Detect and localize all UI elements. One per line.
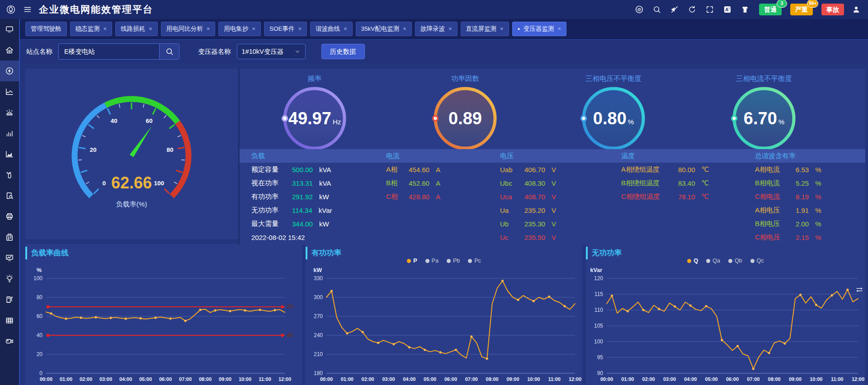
tab-close-icon[interactable]: ×	[104, 22, 107, 36]
tab-close-icon[interactable]: ×	[500, 22, 504, 36]
cell-unit: V	[552, 207, 565, 214]
transformer-select[interactable]: 1#10kV变压器	[237, 44, 306, 59]
sidebar-item-fax[interactable]	[0, 227, 19, 248]
svg-text:70: 70	[287, 304, 293, 310]
tab-close-icon[interactable]: ×	[298, 22, 302, 36]
legend-item-Pb[interactable]: Pb	[447, 258, 460, 264]
sidebar-item-load-curve[interactable]	[0, 81, 19, 102]
svg-text:08:00: 08:00	[199, 376, 212, 382]
fullscreen-icon[interactable]	[704, 4, 715, 15]
legend-dot	[728, 259, 732, 263]
tab-close-icon[interactable]: ×	[149, 22, 152, 36]
filter-bar: 站点名称 变压器名称 1#10kV变压器 历史数据	[20, 40, 868, 63]
sidebar-item-alarm[interactable]	[0, 102, 19, 123]
legend-label: Qa	[712, 258, 720, 264]
svg-text:@: @	[637, 7, 642, 12]
theme-icon[interactable]	[740, 4, 750, 15]
table-row: 最大需量344.00kW	[240, 217, 374, 230]
table-row: A相绕组温度80.00℃	[609, 163, 743, 176]
cell-unit: kVar	[319, 207, 332, 214]
svg-text:0: 0	[39, 370, 42, 376]
site-input-group	[58, 43, 179, 60]
cell-label: A相电流	[755, 165, 789, 174]
cell-unit: A	[436, 193, 449, 201]
tab-label: 管理驾驶舱	[31, 22, 61, 36]
cell-unit: ℃	[702, 192, 715, 201]
datazoom-icon[interactable]	[855, 286, 864, 295]
kpi-ring: 0.80%	[580, 85, 647, 152]
sound-off-icon[interactable]	[669, 4, 680, 15]
sidebar-item-grid[interactable]	[0, 310, 19, 331]
user-icon[interactable]	[851, 4, 862, 15]
sidebar-item-energy[interactable]	[0, 61, 19, 81]
alarm-button-1[interactable]: 严重99+	[790, 4, 813, 15]
tab-线路损耗[interactable]: 线路损耗×	[115, 22, 158, 36]
table-row: 有功功率291.92kW	[240, 190, 374, 203]
legend-item-P[interactable]: P	[407, 258, 417, 264]
menu-icon[interactable]	[22, 4, 33, 15]
refresh-icon[interactable]	[687, 4, 698, 15]
sidebar-item-home[interactable]	[0, 40, 19, 61]
tab-close-icon[interactable]: ×	[207, 22, 210, 36]
legend-item-Pc[interactable]: Pc	[468, 258, 481, 264]
translate-icon[interactable]: A文	[722, 4, 733, 15]
legend-item-Qa[interactable]: Qa	[706, 258, 720, 264]
tab-用电同比分析[interactable]: 用电同比分析×	[161, 22, 216, 36]
tab-SOE事件[interactable]: SOE事件×	[264, 22, 307, 36]
site-input[interactable]	[59, 44, 159, 59]
sidebar-item-bulb[interactable]	[0, 268, 19, 289]
tab-谐波曲线[interactable]: 谐波曲线×	[310, 22, 353, 36]
cell-unit: %	[815, 166, 829, 174]
legend-dot	[447, 259, 451, 263]
search-button[interactable]	[159, 44, 179, 59]
legend-item-Qb[interactable]: Qb	[728, 258, 742, 264]
cell-label: A相电压	[755, 206, 789, 215]
svg-text:07:00: 07:00	[179, 376, 192, 382]
legend-label: Qc	[757, 258, 764, 264]
tab-close-icon[interactable]: ×	[448, 22, 452, 36]
table-header: 电压	[488, 149, 609, 163]
legend-item-Q[interactable]: Q	[687, 258, 698, 264]
tab-close-icon[interactable]: ×	[344, 22, 347, 36]
tab-稳态监测[interactable]: 稳态监测×	[70, 22, 113, 36]
tab-close-icon[interactable]: ×	[252, 22, 255, 36]
sidebar-item-monitor-trend[interactable]	[0, 248, 19, 268]
cell-label: 视在功率	[251, 179, 286, 188]
table-row: 额定容量500.00kVA	[240, 163, 374, 176]
tab-用电集抄[interactable]: 用电集抄×	[218, 22, 261, 36]
svg-text:01:00: 01:00	[621, 376, 634, 382]
table-row	[609, 230, 743, 244]
alarm-button-2[interactable]: 事故	[821, 4, 844, 15]
tab-close-icon[interactable]: ×	[403, 22, 406, 36]
search-icon	[165, 47, 174, 56]
legend-item-Qc[interactable]: Qc	[750, 258, 764, 264]
cell-label: 额定容量	[251, 165, 286, 174]
cell-label: 2022-08-02 15:42	[251, 234, 305, 241]
legend-item-Pa[interactable]: Pa	[425, 258, 439, 264]
svg-text:270: 270	[314, 313, 323, 319]
history-data-button[interactable]: 历史数据	[321, 44, 365, 59]
panel-divider	[238, 69, 240, 245]
svg-text:02:00: 02:00	[642, 376, 655, 382]
tab-管理驾驶舱[interactable]: 管理驾驶舱	[25, 22, 67, 36]
legend-label: P	[413, 258, 417, 264]
svg-text:%: %	[37, 267, 42, 273]
tab-close-icon[interactable]: ×	[558, 22, 561, 36]
sidebar-item-bar-chart[interactable]	[0, 123, 19, 144]
sidebar-item-camera[interactable]	[0, 331, 19, 352]
sidebar-item-extinguisher[interactable]	[0, 164, 19, 185]
tab-故障录波[interactable]: 故障录波×	[415, 22, 458, 36]
search-icon[interactable]	[651, 4, 662, 15]
sidebar-item-screen[interactable]	[0, 19, 19, 40]
svg-text:12:00: 12:00	[852, 376, 864, 382]
ev-charger-icon	[4, 294, 15, 305]
tab-直流屏监测[interactable]: 直流屏监测×	[461, 22, 509, 36]
sidebar-item-printer[interactable]	[0, 206, 19, 227]
sidebar-item-area-chart[interactable]	[0, 144, 19, 164]
sidebar-item-ev-charger[interactable]	[0, 289, 19, 310]
alarm-button-0[interactable]: 普通3	[759, 4, 782, 15]
sidebar-item-inspection[interactable]	[0, 185, 19, 206]
tab-35kV配电监测[interactable]: 35kV配电监测×	[356, 22, 412, 36]
tab-变压器监测[interactable]: ●变压器监测×	[512, 22, 567, 36]
at-icon[interactable]: @	[634, 4, 645, 15]
